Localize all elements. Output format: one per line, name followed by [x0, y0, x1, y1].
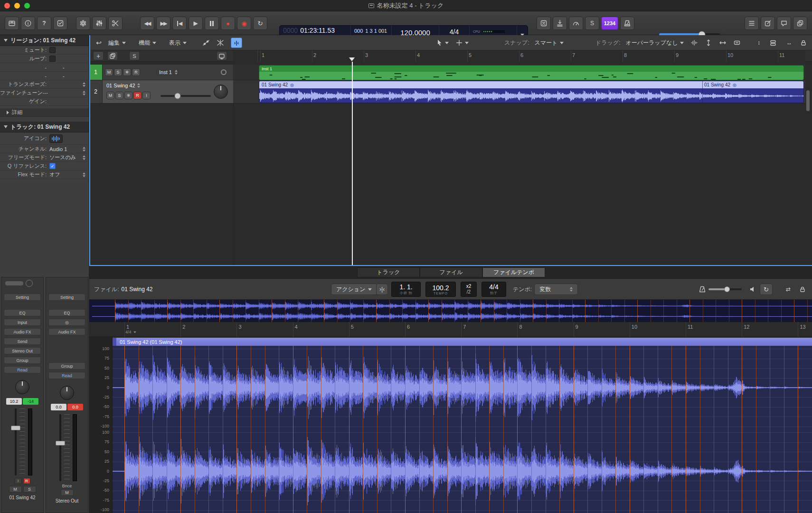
- strip-gain-circle[interactable]: [26, 280, 33, 287]
- preview-volume-thumb[interactable]: [724, 286, 730, 292]
- track-header-options-button[interactable]: [217, 51, 227, 60]
- undo-button[interactable]: ↩: [93, 38, 104, 48]
- more-disclosure-row[interactable]: 詳細: [0, 108, 89, 117]
- command-click-tool-menu[interactable]: [456, 38, 469, 48]
- editor-waveform-area[interactable]: [113, 346, 812, 513]
- record-enable-button[interactable]: R: [23, 478, 30, 484]
- volume-value[interactable]: 0.0: [51, 404, 66, 410]
- cycle-button[interactable]: ↻: [253, 17, 267, 30]
- link-lock-button[interactable]: [797, 284, 808, 294]
- strip-automation-button[interactable]: Read: [48, 372, 85, 379]
- track-volume-slider[interactable]: [161, 95, 211, 97]
- minimize-window-button[interactable]: [14, 3, 20, 9]
- strip-audiofx-button[interactable]: Audio FX: [4, 328, 41, 335]
- q-reference-checkbox[interactable]: ✓: [49, 163, 56, 169]
- zoom-window-button[interactable]: [24, 3, 30, 9]
- midi-region[interactable]: Inst 1: [259, 65, 804, 80]
- flex-button[interactable]: ›|‹: [231, 38, 242, 48]
- count-in-button[interactable]: 1234: [601, 17, 618, 30]
- finetune-stepper[interactable]: [83, 91, 85, 95]
- track-freeze-button[interactable]: ❄: [123, 68, 131, 76]
- volume-value[interactable]: 10.2: [6, 398, 22, 405]
- flex-button[interactable]: ›|‹: [376, 284, 388, 295]
- strip-audiofx-button[interactable]: Audio FX: [48, 328, 85, 335]
- peak-value[interactable]: -14: [23, 398, 38, 405]
- go-to-beginning-button[interactable]: ◀: [172, 17, 187, 30]
- autopunch-button[interactable]: [553, 17, 567, 30]
- track-solo-button[interactable]: S: [114, 68, 122, 76]
- snap-menu[interactable]: スマート: [534, 39, 557, 47]
- input-monitor-circle[interactable]: [221, 69, 227, 75]
- volume-fader[interactable]: [52, 413, 82, 482]
- play-button[interactable]: ▶: [189, 17, 203, 30]
- strip-eq-button[interactable]: EQ: [4, 309, 41, 316]
- track-freeze-button[interactable]: ❄: [124, 92, 132, 99]
- track-number[interactable]: 1: [89, 65, 103, 80]
- cycle-button[interactable]: ↻: [760, 284, 773, 295]
- functions-menu[interactable]: 機能: [139, 38, 156, 48]
- track-name[interactable]: 01 Swing 42: [106, 83, 135, 88]
- track-mute-button[interactable]: M: [105, 68, 113, 76]
- editor-ruler[interactable]: 12345678910111213 4/4: [89, 322, 812, 337]
- strip-output-button[interactable]: Stereo Out: [4, 347, 41, 354]
- tab-file[interactable]: ファイル: [420, 267, 482, 277]
- track-inspector-header[interactable]: トラック: 01 Swing 42: [0, 122, 89, 133]
- zoom-lock-button[interactable]: [798, 38, 809, 48]
- tempo-display[interactable]: 100.2TEMPO: [425, 282, 456, 297]
- performance-meter-button[interactable]: [569, 17, 583, 30]
- tab-file-tempo[interactable]: ファイルテンポ: [482, 267, 545, 277]
- track-pan-knob[interactable]: [214, 85, 228, 99]
- strip-setting-button[interactable]: Setting: [4, 294, 41, 301]
- library-button[interactable]: [5, 17, 19, 30]
- fader-thumb[interactable]: [11, 426, 20, 430]
- strip-eq-button[interactable]: EQ: [48, 309, 85, 316]
- track-name-stepper[interactable]: [137, 83, 140, 88]
- strip-name[interactable]: Stereo Out: [46, 498, 88, 504]
- collapse-tracks-button[interactable]: [767, 38, 779, 48]
- add-track-button[interactable]: +: [93, 51, 104, 60]
- track-record-button[interactable]: R: [133, 92, 142, 99]
- strip-name[interactable]: 01 Swing 42: [1, 495, 43, 500]
- vertical-scrollbar[interactable]: [806, 90, 810, 111]
- solo-mode-button[interactable]: S: [585, 17, 599, 30]
- track-header-1[interactable]: 1 M S ❄ R Inst 1: [89, 65, 233, 80]
- strip-input-button[interactable]: Input: [4, 319, 41, 326]
- track-volume-thumb[interactable]: [175, 93, 181, 99]
- strip-automation-button[interactable]: Read: [4, 366, 41, 373]
- pan-knob[interactable]: [15, 380, 29, 394]
- quick-help-button[interactable]: ?: [37, 17, 51, 30]
- region-inspector-header[interactable]: リージョン: 01 Swing 42: [0, 35, 89, 46]
- freeze-mode-value[interactable]: ソースのみ: [49, 154, 76, 161]
- bounce-button[interactable]: Bnce: [46, 484, 88, 488]
- mixer-button[interactable]: [92, 17, 106, 30]
- track-name[interactable]: Inst 1: [159, 69, 172, 75]
- arrange-ruler[interactable]: 1234567891011: [233, 50, 805, 62]
- strip-group-button[interactable]: Group: [4, 357, 41, 364]
- view-menu[interactable]: 表示: [169, 38, 187, 48]
- freeze-mode-stepper[interactable]: [83, 155, 85, 160]
- track-mute-button[interactable]: M: [106, 92, 114, 99]
- close-window-button[interactable]: [4, 3, 10, 9]
- mute-button[interactable]: M: [9, 486, 22, 493]
- horizontal-zoom-button[interactable]: [717, 38, 728, 48]
- track-name-stepper[interactable]: [175, 70, 178, 75]
- drag-menu[interactable]: オーバーラップなし: [625, 39, 678, 47]
- note-pad-button[interactable]: [761, 17, 775, 30]
- duplicate-track-button[interactable]: [107, 51, 118, 60]
- channel-stepper[interactable]: [83, 147, 85, 152]
- list-editors-button[interactable]: [745, 17, 759, 30]
- strip-format-button[interactable]: ◎: [48, 319, 85, 326]
- apple-loops-button[interactable]: [793, 17, 807, 30]
- smart-controls-button[interactable]: [76, 17, 90, 30]
- solo-button[interactable]: S: [23, 486, 36, 493]
- file-overview[interactable]: [89, 300, 812, 322]
- edit-menu[interactable]: 編集: [108, 38, 126, 48]
- mute-checkbox[interactable]: [49, 47, 56, 53]
- record-button[interactable]: ●: [221, 17, 235, 30]
- rewind-button[interactable]: ◀◀: [140, 17, 154, 30]
- forward-button[interactable]: ▶▶: [156, 17, 170, 30]
- crossfade-drag-button[interactable]: [215, 38, 226, 48]
- auto-zoom-button[interactable]: [703, 38, 714, 48]
- channel-value[interactable]: Audio 1: [49, 146, 67, 152]
- tab-track[interactable]: トラック: [357, 267, 420, 277]
